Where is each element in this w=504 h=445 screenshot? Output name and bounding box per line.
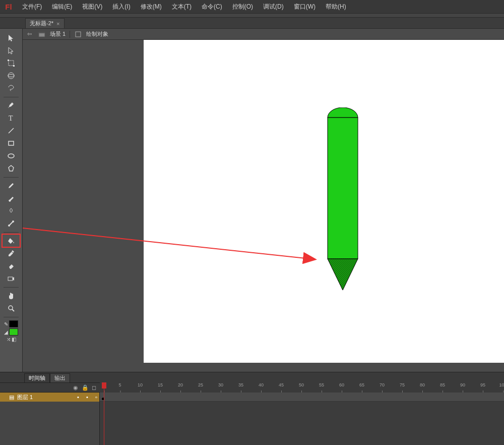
menu-bar: Fl 文件(F) 编辑(E) 视图(V) 插入(I) 修改(M) 文本(T) 命… xyxy=(0,0,504,14)
svg-point-4 xyxy=(8,75,14,77)
ruler-tick: 45 xyxy=(279,382,284,393)
layer-lock-dot[interactable]: • xyxy=(84,394,90,400)
document-tab-bar: 无标题-2* × xyxy=(0,18,504,29)
menu-command[interactable]: 命令(C) xyxy=(197,0,227,14)
svg-point-3 xyxy=(8,73,14,79)
toolbox-divider xyxy=(4,287,19,288)
tab-output[interactable]: 输出 xyxy=(50,373,70,382)
ruler-tick: 40 xyxy=(259,382,264,393)
ruler-tick: 65 xyxy=(359,382,364,393)
stroke-swatch-row: ✎ xyxy=(1,320,21,327)
stage-canvas[interactable] xyxy=(144,40,504,363)
ruler-tick: 75 xyxy=(400,382,405,393)
brush-tool[interactable] xyxy=(5,192,18,204)
scene-icon xyxy=(38,30,46,38)
menu-control[interactable]: 控制(O) xyxy=(227,0,258,14)
menu-text[interactable]: 文本(T) xyxy=(167,0,197,14)
free-transform-tool[interactable] xyxy=(5,57,18,69)
camera-tool[interactable] xyxy=(5,272,18,285)
ruler-tick: 10 xyxy=(138,382,143,393)
ruler-tick: 80 xyxy=(420,382,425,393)
zoom-tool[interactable] xyxy=(5,302,18,314)
timeline-panel: 时间轴 输出 ◉ 🔒 ◻ 151015202530354045505560657… xyxy=(0,372,504,445)
menu-edit[interactable]: 编辑(E) xyxy=(47,0,77,14)
polystar-tool[interactable] xyxy=(5,162,18,175)
menu-modify[interactable]: 修改(M) xyxy=(136,0,167,14)
timeline-tabs: 时间轴 输出 xyxy=(0,372,504,382)
outline-icon[interactable]: ◻ xyxy=(91,384,97,391)
app-root: Fl 文件(F) 编辑(E) 视图(V) 插入(I) 修改(M) 文本(T) 命… xyxy=(0,0,504,445)
pen-tool[interactable] xyxy=(5,99,18,112)
hand-tool[interactable] xyxy=(5,290,18,302)
eyedropper-tool[interactable] xyxy=(5,247,18,259)
stroke-color-swatch[interactable] xyxy=(9,320,18,327)
stage-viewport[interactable] xyxy=(23,40,504,372)
fill-color-swatch[interactable] xyxy=(9,328,18,336)
swap-colors-icon[interactable]: ⤭ xyxy=(7,337,11,342)
svg-marker-9 xyxy=(9,165,14,171)
tab-timeline[interactable]: 时间轴 xyxy=(24,373,50,382)
edit-breadcrumb: ⇦ 场景 1 绘制对象 xyxy=(23,29,504,40)
frame-row[interactable] xyxy=(100,393,504,402)
pencil-tool[interactable] xyxy=(5,180,18,192)
layer-visibility-dot[interactable]: • xyxy=(75,394,81,400)
svg-rect-17 xyxy=(39,32,45,33)
eraser-tool[interactable] xyxy=(5,260,18,272)
ruler-tick: 5 xyxy=(118,382,121,393)
ruler-tick: 95 xyxy=(480,382,485,393)
rectangle-tool[interactable] xyxy=(5,137,18,149)
pencil-icon: ✎ xyxy=(4,321,8,327)
svg-rect-0 xyxy=(9,61,14,66)
bucket-icon: ◢ xyxy=(4,329,8,335)
menu-window[interactable]: 窗口(W) xyxy=(289,0,321,14)
subselection-tool[interactable] xyxy=(5,44,18,57)
scene-label[interactable]: 场景 1 xyxy=(50,30,66,38)
deco-tool[interactable] xyxy=(5,205,18,217)
menu-view[interactable]: 视图(V) xyxy=(77,0,107,14)
frame-area[interactable] xyxy=(100,393,504,445)
swatch-options-row: ⤭ ◧ xyxy=(1,337,21,342)
text-tool[interactable]: T xyxy=(5,112,18,124)
ruler-tick: 60 xyxy=(339,382,344,393)
layer-column: ▤ 图层 1 • • ▫ xyxy=(0,393,100,445)
visibility-icon[interactable]: ◉ xyxy=(73,384,79,391)
svg-line-12 xyxy=(10,222,13,225)
timeline-body: ▤ 图层 1 • • ▫ xyxy=(0,393,504,445)
lasso-tool[interactable] xyxy=(5,82,18,94)
drawing-object-icon xyxy=(74,30,82,38)
paint-bucket-tool[interactable] xyxy=(5,235,18,247)
selection-tool[interactable] xyxy=(5,32,18,44)
document-tab-title: 无标题-2* xyxy=(30,20,53,27)
object-label[interactable]: 绘制对象 xyxy=(86,30,108,38)
work-area: T ✎ ◢ xyxy=(0,29,504,372)
svg-point-14 xyxy=(9,306,13,310)
document-tab[interactable]: 无标题-2* × xyxy=(25,18,65,28)
fill-swatch-row: ◢ xyxy=(1,328,21,336)
layer-row[interactable]: ▤ 图层 1 • • ▫ xyxy=(0,393,99,402)
layer-icon: ▤ xyxy=(9,394,14,401)
oval-tool[interactable] xyxy=(5,150,18,162)
menu-debug[interactable]: 调试(D) xyxy=(258,0,289,14)
toolbox-divider xyxy=(4,177,19,178)
menu-insert[interactable]: 插入(I) xyxy=(107,0,135,14)
svg-line-15 xyxy=(12,309,14,311)
drawing-pencil-shape[interactable] xyxy=(325,107,360,294)
menu-help[interactable]: 帮助(H) xyxy=(321,0,351,14)
frame-ruler[interactable]: 1510152025303540455055606570758085909510… xyxy=(100,382,504,393)
ruler-tick: 55 xyxy=(319,382,324,393)
ruler-tick: 70 xyxy=(380,382,385,393)
3d-rotation-tool[interactable] xyxy=(5,70,18,82)
ruler-tick: 15 xyxy=(158,382,163,393)
lock-icon[interactable]: 🔒 xyxy=(82,384,88,391)
playhead[interactable] xyxy=(104,382,104,445)
svg-rect-13 xyxy=(8,277,13,281)
bone-tool[interactable] xyxy=(5,217,18,230)
close-icon[interactable]: × xyxy=(56,21,59,27)
line-tool[interactable] xyxy=(5,125,18,137)
default-colors-icon[interactable]: ◧ xyxy=(12,337,16,342)
layer-name: 图层 1 xyxy=(17,394,33,401)
layer-outline-box[interactable]: ▫ xyxy=(93,394,99,400)
menu-file[interactable]: 文件(F) xyxy=(17,0,47,14)
svg-rect-1 xyxy=(8,60,9,61)
back-button[interactable]: ⇦ xyxy=(25,30,34,39)
